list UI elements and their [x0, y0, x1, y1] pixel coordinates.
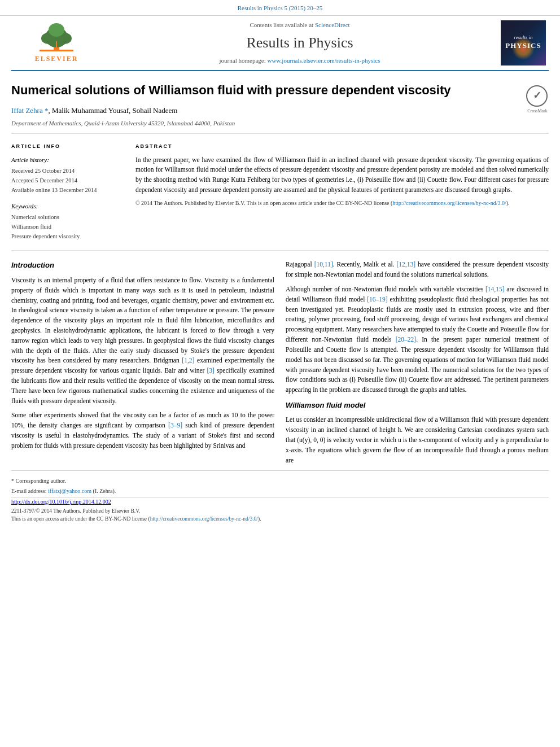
article-body: Numerical solutions of Williamson fluid …	[11, 71, 549, 470]
svg-rect-6	[40, 50, 73, 51]
doi-header: Results in Physics 5 (2015) 20–25	[0, 0, 560, 16]
sciencedirect-link: Contents lists available at ScienceDirec…	[250, 20, 349, 30]
results-physics-badge-section: results in PHYSICS	[498, 20, 549, 65]
author-separator: , Malik Muhammad Yousaf, Sohail Nadeem	[48, 106, 177, 115]
keyword-2: Williamson fluid	[11, 222, 124, 232]
footer-doi-link[interactable]: http://dx.doi.org/10.1016/j.rinp.2014.12…	[11, 499, 111, 505]
journal-title-section: Contents lists available at ScienceDirec…	[102, 20, 498, 65]
journal-header: ELSEVIER Contents lists available at Sci…	[11, 16, 549, 71]
doi-text: Results in Physics 5 (2015) 20–25	[238, 5, 323, 11]
article-info-heading: ARTICLE INFO	[11, 143, 124, 151]
article-title-section: Numerical solutions of Williamson fluid …	[11, 71, 549, 134]
ref-12-13[interactable]: [12,13]	[397, 261, 416, 268]
crossmark-icon: ✓	[526, 85, 548, 107]
article-authors: Iffat Zehra *, Malik Muhammad Yousaf, So…	[11, 105, 520, 116]
results-physics-badge: results in PHYSICS	[501, 20, 546, 65]
ref-14-15[interactable]: [14,15]	[485, 286, 505, 292]
footer-doi: http://dx.doi.org/10.1016/j.rinp.2014.12…	[11, 497, 549, 506]
ref-3-9[interactable]: [3–9]	[168, 422, 182, 429]
elsevier-wordmark: ELSEVIER	[35, 54, 78, 64]
main-col-right: Rajagopal [10,11]. Recently, Malik et al…	[286, 260, 549, 470]
footer-license: This is an open access article under the…	[11, 515, 549, 523]
email-note: E-mail address: iffatzj@yahoo.com (I. Ze…	[11, 487, 549, 495]
history-accepted: Accepted 5 December 2014	[11, 176, 124, 186]
intro-paragraph-2: Some other experiments showed that the v…	[11, 410, 274, 451]
footer-license-link[interactable]: http://creativecommons.org/licenses/by-n…	[150, 516, 258, 522]
homepage-url[interactable]: www.journals.elsevier.com/results-in-phy…	[267, 57, 380, 64]
sciencedirect-url[interactable]: ScienceDirect	[315, 21, 350, 28]
main-content: Introduction Viscosity is an internal pr…	[11, 251, 549, 470]
corresponding-author-note: * Corresponding author.	[11, 477, 549, 485]
ref-20-22[interactable]: [20–22]	[396, 336, 416, 343]
ref-1-2[interactable]: [1,2]	[182, 357, 194, 364]
issn-text: 2211-3797/© 2014 The Authors. Published …	[11, 508, 140, 514]
abstract-col: ABSTRACT In the present paper, we have e…	[135, 143, 549, 241]
keyword-1: Numerical solutions	[11, 213, 124, 222]
article-info-col: ARTICLE INFO Article history: Received 2…	[11, 143, 124, 241]
article-main-title: Numerical solutions of Williamson fluid …	[11, 82, 520, 99]
ref-16-19[interactable]: [16–19]	[367, 296, 387, 303]
badge-results-text: results in	[514, 34, 533, 41]
keyword-3: Pressure dependent viscosity	[11, 232, 124, 242]
abstract-text: In the present paper, we have examined t…	[135, 155, 549, 195]
article-history: Article history: Received 25 October 201…	[11, 155, 124, 195]
journal-homepage: journal homepage: www.journals.elsevier.…	[220, 56, 380, 65]
elsevier-logo: ELSEVIER	[35, 21, 78, 64]
right-paragraph-1: Rajagopal [10,11]. Recently, Malik et al…	[286, 260, 549, 280]
keywords-section: Keywords: Numerical solutions Williamson…	[11, 202, 124, 241]
email-label: E-mail address:	[11, 488, 46, 494]
ref-10-11[interactable]: [10,11]	[314, 261, 333, 268]
article-info-abstract-section: ARTICLE INFO Article history: Received 2…	[11, 134, 549, 251]
corresponding-label: * Corresponding author.	[11, 478, 66, 484]
main-col-left: Introduction Viscosity is an internal pr…	[11, 260, 274, 470]
journal-title: Results in Physics	[246, 32, 353, 54]
history-received: Received 25 October 2014	[11, 167, 124, 176]
crossmark-badge: ✓ CrossMark	[526, 85, 549, 108]
svg-point-4	[49, 23, 64, 37]
keywords-title: Keywords:	[11, 202, 124, 211]
elsevier-tree-icon	[37, 21, 76, 53]
right-paragraph-2: Although number of non-Newtonian fluid m…	[286, 285, 549, 395]
williamson-text: Let us consider an incompressible unidir…	[286, 415, 549, 465]
article-footer: * Corresponding author. E-mail address: …	[11, 470, 549, 529]
email-link[interactable]: iffatzj@yahoo.com	[48, 488, 91, 494]
article-affiliation: Department of Mathematics, Quaid-i-Azam …	[11, 119, 520, 128]
crossmark-label: CrossMark	[526, 108, 549, 115]
ref-3[interactable]: [3]	[207, 367, 215, 374]
homepage-label: journal homepage:	[220, 57, 266, 64]
history-available: Available online 13 December 2014	[11, 186, 124, 195]
badge-physics-text: PHYSICS	[505, 41, 541, 51]
copyright-text: © 2014 The Authors. Published by Elsevie…	[135, 199, 549, 208]
article-title-text: Numerical solutions of Williamson fluid …	[11, 82, 520, 128]
introduction-heading: Introduction	[11, 260, 274, 271]
author-zehra: Iffat Zehra *	[11, 106, 48, 115]
intro-paragraph-1: Viscosity is an internal property of a f…	[11, 276, 274, 407]
history-title: Article history:	[11, 155, 124, 165]
email-suffix: (I. Zehra).	[93, 488, 116, 494]
abstract-heading: ABSTRACT	[135, 143, 549, 151]
license-link[interactable]: http://creativecommons.org/licenses/by-n…	[392, 200, 506, 206]
footer-issn: 2211-3797/© 2014 The Authors. Published …	[11, 507, 549, 515]
elsevier-logo-section: ELSEVIER	[11, 20, 102, 65]
williamson-heading: Williamson fluid model	[286, 400, 549, 411]
